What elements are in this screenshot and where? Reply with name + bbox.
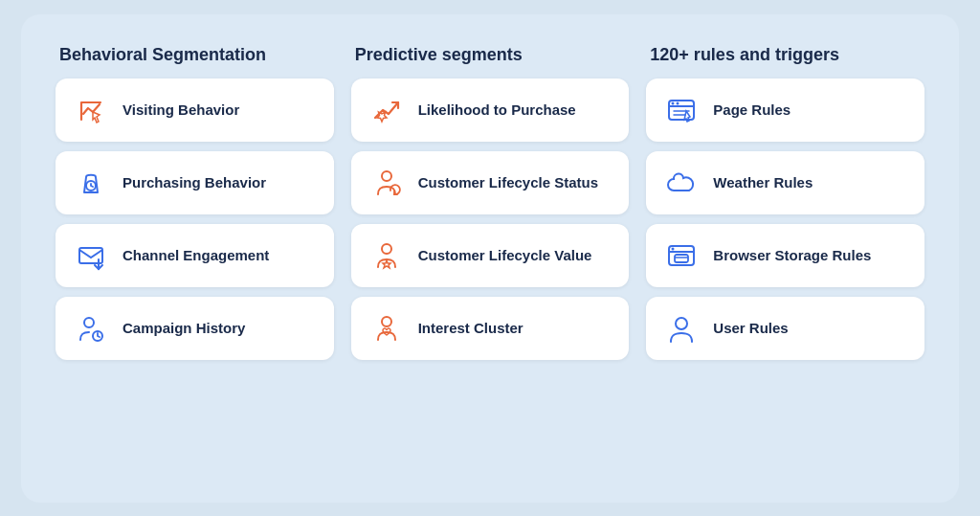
card-weather-rules[interactable]: Weather Rules <box>646 151 924 214</box>
card-interest-cluster[interactable]: Interest Cluster <box>351 297 630 360</box>
purchasing-behavior-icon <box>73 165 109 201</box>
channel-engagement-label: Channel Engagement <box>122 247 269 263</box>
card-purchasing-behavior[interactable]: Purchasing Behavior <box>56 151 334 214</box>
svg-point-7 <box>382 171 391 181</box>
svg-point-20 <box>672 247 675 250</box>
visiting-behavior-label: Visiting Behavior <box>122 101 239 118</box>
svg-point-8 <box>382 244 391 254</box>
svg-marker-17 <box>684 111 690 122</box>
page-rules-label: Page Rules <box>713 101 791 118</box>
lifecycle-status-icon <box>368 165 405 201</box>
svg-point-4 <box>84 318 94 327</box>
campaign-history-icon <box>73 310 109 347</box>
weather-rules-icon <box>663 165 700 201</box>
user-rules-label: User Rules <box>713 320 788 336</box>
card-likelihood-purchase[interactable]: Likelihood to Purchase <box>351 79 630 142</box>
card-browser-storage[interactable]: Browser Storage Rules <box>646 224 924 287</box>
browser-storage-icon <box>663 237 700 274</box>
card-user-rules[interactable]: User Rules <box>646 297 924 360</box>
svg-point-23 <box>676 318 687 329</box>
lifecycle-value-label: Customer Lifecycle Value <box>418 247 592 263</box>
card-lifecycle-status[interactable]: Customer Lifecycle Status <box>351 151 630 214</box>
col3-header: 120+ rules and triggers <box>646 45 924 65</box>
svg-marker-9 <box>383 260 390 268</box>
column-predictive: Predictive segments Likelihood to Purcha… <box>351 45 630 360</box>
card-visiting-behavior[interactable]: Visiting Behavior <box>56 79 334 142</box>
lifecycle-status-label: Customer Lifecycle Status <box>418 174 598 191</box>
svg-marker-6 <box>377 112 387 122</box>
visiting-behavior-icon <box>73 92 109 128</box>
card-page-rules[interactable]: Page Rules <box>646 79 924 142</box>
page-rules-icon <box>663 92 700 128</box>
likelihood-purchase-icon <box>368 92 405 128</box>
svg-point-13 <box>672 101 675 104</box>
col1-header: Behavioral Segmentation <box>56 45 334 65</box>
svg-marker-0 <box>93 112 100 123</box>
interest-cluster-label: Interest Cluster <box>418 320 523 336</box>
col2-header: Predictive segments <box>351 45 630 65</box>
col1-cards: Visiting Behavior Purchasing Behavior <box>56 79 334 360</box>
col3-cards: Page Rules Weather Rules <box>646 79 924 360</box>
card-lifecycle-value[interactable]: Customer Lifecycle Value <box>351 224 630 287</box>
svg-point-10 <box>382 317 391 326</box>
col2-cards: Likelihood to Purchase Customer L <box>351 79 630 360</box>
svg-point-14 <box>677 101 679 104</box>
main-container: Behavioral Segmentation Visiting Behavio… <box>21 14 959 503</box>
content-grid: Behavioral Segmentation Visiting Behavio… <box>56 45 924 360</box>
weather-rules-label: Weather Rules <box>713 174 813 191</box>
interest-cluster-icon <box>368 310 405 347</box>
column-rules: 120+ rules and triggers <box>646 45 924 360</box>
card-channel-engagement[interactable]: Channel Engagement <box>56 224 334 287</box>
purchasing-behavior-label: Purchasing Behavior <box>122 174 266 191</box>
column-behavioral: Behavioral Segmentation Visiting Behavio… <box>56 45 334 360</box>
likelihood-purchase-label: Likelihood to Purchase <box>418 101 576 118</box>
campaign-history-label: Campaign History <box>122 320 245 336</box>
lifecycle-value-icon <box>368 237 405 274</box>
svg-rect-21 <box>675 255 688 262</box>
browser-storage-label: Browser Storage Rules <box>713 247 871 263</box>
user-rules-icon <box>663 310 700 347</box>
channel-engagement-icon <box>73 237 109 274</box>
card-campaign-history[interactable]: Campaign History <box>56 297 334 360</box>
